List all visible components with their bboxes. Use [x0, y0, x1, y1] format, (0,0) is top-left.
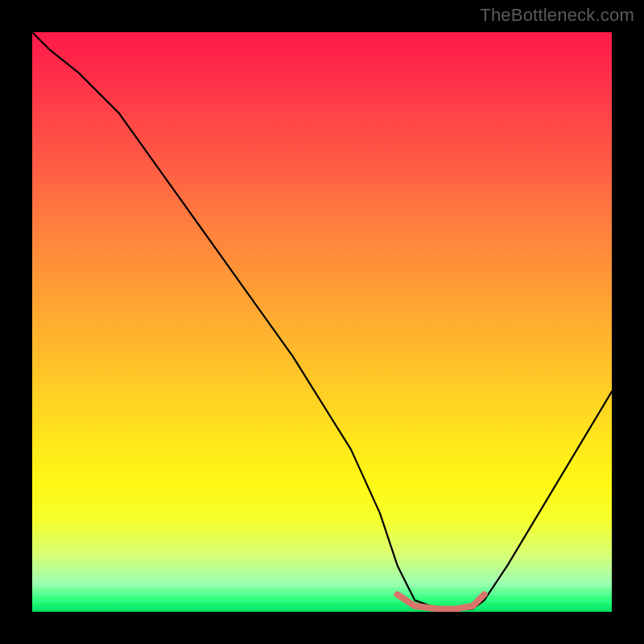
optimal-range-marker-path — [398, 594, 485, 609]
watermark-text: TheBottleneck.com — [480, 5, 634, 26]
chart-plot-area — [32, 32, 612, 612]
bottleneck-curve-path — [32, 32, 612, 609]
chart-svg — [32, 32, 612, 612]
